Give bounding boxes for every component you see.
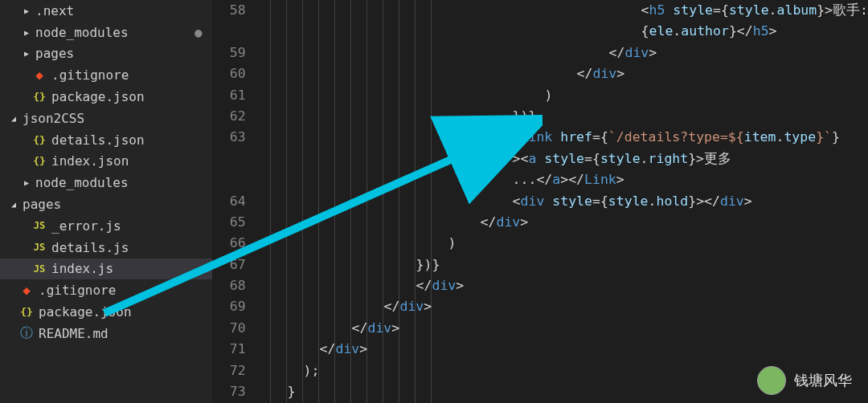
file-label: pages bbox=[35, 46, 74, 61]
json-icon: {} bbox=[32, 91, 47, 103]
line-number bbox=[212, 169, 246, 190]
line-number: 65 bbox=[212, 212, 246, 233]
chevron-right-icon: ▶ bbox=[21, 28, 32, 37]
file-label: json2CSS bbox=[23, 111, 84, 126]
code-line[interactable]: ><a style={style.right}>更多 bbox=[256, 149, 868, 169]
watermark-avatar bbox=[757, 366, 786, 395]
file-label: node_modules bbox=[35, 25, 129, 40]
line-number: 69 bbox=[212, 296, 246, 317]
line-number: 73 bbox=[212, 381, 246, 402]
file-label: details.json bbox=[51, 132, 145, 148]
js-icon: JS bbox=[32, 242, 47, 253]
code-content[interactable]: <h5 style={style.album}>歌手:{ele.author}<… bbox=[256, 0, 868, 403]
chevron-right-icon: ▶ bbox=[21, 49, 32, 58]
file-label: .next bbox=[35, 3, 74, 18]
code-line[interactable]: <div style={style.hold}></div> bbox=[256, 191, 868, 212]
git-icon: ◆ bbox=[32, 67, 47, 83]
line-number bbox=[212, 149, 246, 169]
file-tree-row[interactable]: ◢pages bbox=[0, 193, 212, 215]
git-icon: ◆ bbox=[19, 283, 34, 298]
code-editor[interactable]: 58596061626364656667686970717273 <h5 sty… bbox=[212, 0, 868, 403]
file-label: index.js bbox=[51, 261, 113, 276]
file-tree-row[interactable]: ▶◆.gitignore bbox=[0, 64, 212, 86]
json-icon: {} bbox=[32, 134, 47, 146]
file-tree-row[interactable]: ▶pages bbox=[0, 43, 212, 65]
line-number: 71 bbox=[212, 339, 246, 360]
file-label: index.json bbox=[51, 153, 129, 169]
line-number bbox=[212, 21, 246, 42]
modified-dot-icon: ● bbox=[194, 25, 203, 40]
json-icon: {} bbox=[32, 155, 47, 167]
file-label: _error.js bbox=[51, 218, 121, 234]
watermark: 钱塘风华 bbox=[757, 366, 852, 395]
file-explorer[interactable]: ▶.next▶node_modules●▶pages▶◆.gitignore▶{… bbox=[0, 0, 212, 403]
code-line[interactable]: })} bbox=[256, 106, 868, 127]
file-label: node_modules bbox=[35, 175, 129, 190]
code-line[interactable]: </div> bbox=[256, 318, 868, 339]
file-tree-row[interactable]: ▶JSindex.js bbox=[0, 258, 212, 280]
file-label: pages bbox=[23, 197, 61, 212]
code-line[interactable]: <h5 style={style.album}>歌手: bbox=[256, 0, 868, 21]
code-line[interactable]: </div> bbox=[256, 43, 868, 63]
code-line[interactable]: {ele.author}</h5> bbox=[256, 21, 868, 42]
code-line[interactable]: </div> bbox=[256, 275, 868, 296]
file-tree-row[interactable]: ▶{}details.json bbox=[0, 129, 212, 151]
file-label: .gitignore bbox=[39, 283, 116, 298]
line-number: 63 bbox=[212, 127, 246, 148]
file-label: package.json bbox=[51, 89, 145, 104]
watermark-text: 钱塘风华 bbox=[794, 371, 852, 390]
chevron-down-icon: ◢ bbox=[8, 114, 19, 123]
line-number: 70 bbox=[212, 318, 246, 339]
line-number: 58 bbox=[212, 0, 246, 21]
line-number: 64 bbox=[212, 191, 246, 212]
chevron-down-icon: ◢ bbox=[8, 200, 19, 209]
line-number: 66 bbox=[212, 233, 246, 254]
code-line[interactable]: </div> bbox=[256, 296, 868, 317]
code-line[interactable]: </div> bbox=[256, 212, 868, 233]
file-tree-row[interactable]: ▶node_modules● bbox=[0, 22, 212, 43]
line-number: 67 bbox=[212, 254, 246, 275]
file-tree-row[interactable]: ▶{}index.json bbox=[0, 151, 212, 173]
file-tree-row[interactable]: ▶JSdetails.js bbox=[0, 237, 212, 258]
info-icon: ⓘ bbox=[19, 325, 34, 342]
file-tree-row[interactable]: ▶ⓘREADME.md bbox=[0, 323, 212, 344]
js-icon: JS bbox=[32, 263, 47, 275]
code-line[interactable]: })} bbox=[256, 254, 868, 275]
chevron-right-icon: ▶ bbox=[21, 178, 32, 187]
file-label: README.md bbox=[39, 326, 108, 341]
file-tree-row[interactable]: ▶JS_error.js bbox=[0, 215, 212, 237]
line-gutter: 58596061626364656667686970717273 bbox=[212, 0, 256, 403]
file-tree-row[interactable]: ▶node_modules bbox=[0, 172, 212, 193]
code-line[interactable]: ) bbox=[256, 233, 868, 254]
file-label: .gitignore bbox=[51, 67, 129, 83]
line-number: 62 bbox=[212, 106, 246, 127]
file-tree-row[interactable]: ▶{}package.json bbox=[0, 86, 212, 108]
line-number: 68 bbox=[212, 275, 246, 296]
line-number: 72 bbox=[212, 360, 246, 381]
js-icon: JS bbox=[32, 220, 47, 231]
code-line[interactable]: </div> bbox=[256, 339, 868, 360]
code-line[interactable]: ) bbox=[256, 85, 868, 106]
line-number: 61 bbox=[212, 85, 246, 106]
chevron-right-icon: ▶ bbox=[21, 6, 32, 15]
line-number: 60 bbox=[212, 63, 246, 84]
line-number: 59 bbox=[212, 43, 246, 63]
code-line[interactable]: ...</a></Link> bbox=[256, 169, 868, 190]
json-icon: {} bbox=[19, 306, 34, 318]
file-tree-row[interactable]: ▶◆.gitignore bbox=[0, 279, 212, 301]
file-label: package.json bbox=[39, 304, 132, 320]
file-tree-row[interactable]: ▶{}package.json bbox=[0, 301, 212, 323]
code-line[interactable]: <Link href={`/details?type=${item.type}`… bbox=[256, 127, 868, 148]
file-tree-row[interactable]: ◢json2CSS bbox=[0, 108, 212, 129]
code-line[interactable]: </div> bbox=[256, 63, 868, 84]
file-tree-row[interactable]: ▶.next bbox=[0, 0, 212, 22]
file-label: details.js bbox=[51, 240, 129, 255]
